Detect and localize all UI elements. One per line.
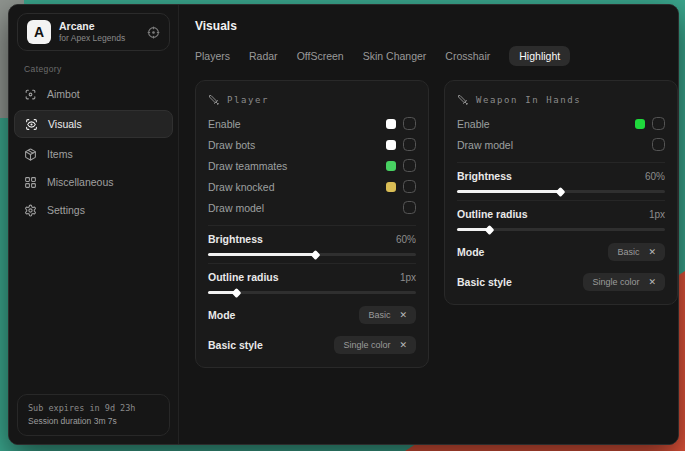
checkbox[interactable] (403, 159, 416, 172)
select-label: Basic style (208, 339, 263, 351)
tab-bar: Players Radar OffScreen Skin Changer Cro… (195, 46, 678, 66)
scan-eye-icon (25, 118, 38, 131)
sidebar-item-visuals[interactable]: Visuals (14, 110, 173, 138)
slider-label: Outline radius (457, 208, 528, 220)
chip-value: Single color (592, 277, 639, 287)
panels-row: Player Enable Draw bots (195, 80, 678, 368)
tab-highlight[interactable]: Highlight (509, 46, 570, 66)
sub-expires-text: Sub expires in 9d 23h (28, 402, 159, 415)
toggle-label: Draw teammates (208, 160, 386, 172)
basic-style-chip[interactable]: Single color ✕ (583, 273, 665, 291)
main-content: Visuals Players Radar OffScreen Skin Cha… (179, 5, 679, 444)
page-title: Visuals (195, 19, 678, 33)
toggle-row-draw-teammates: Draw teammates (208, 155, 416, 176)
panel-title: Player (227, 95, 269, 105)
slider-fill (457, 228, 490, 231)
color-swatch[interactable] (386, 161, 396, 171)
mode-select-row: Mode Basic ✕ (208, 306, 416, 324)
brightness-slider: Brightness 60% (457, 170, 665, 193)
divider (457, 200, 665, 201)
chip-value: Single color (343, 340, 390, 350)
color-swatch[interactable] (386, 119, 396, 129)
toggle-label: Enable (457, 118, 635, 130)
app-title: Arcane (59, 20, 139, 33)
slider-thumb[interactable] (311, 250, 321, 260)
tab-skin-changer[interactable]: Skin Changer (363, 50, 427, 62)
chip-value: Basic (617, 247, 639, 257)
panel-title: Weapon In Hands (476, 95, 581, 105)
sidebar-item-miscellaneous[interactable]: Miscellaneous (9, 168, 178, 196)
app-window: A Arcane for Apex Legends Category Aimbo… (8, 4, 679, 445)
divider (208, 225, 416, 226)
basic-style-select-row: Basic style Single color ✕ (457, 273, 665, 291)
checkbox[interactable] (652, 117, 665, 130)
toggle-row-enable: Enable (457, 113, 665, 134)
slider-value: 1px (400, 272, 416, 283)
sidebar-item-aimbot[interactable]: Aimbot (9, 80, 178, 108)
slider-fill (208, 291, 237, 294)
select-label: Mode (457, 246, 484, 258)
package-icon (24, 148, 37, 161)
outline-radius-slider: Outline radius 1px (208, 271, 416, 294)
weapon-in-hands-panel: Weapon In Hands Enable Draw model (444, 80, 678, 305)
slider-label: Brightness (457, 170, 512, 182)
weapon-panel-header: Weapon In Hands (457, 94, 665, 106)
mode-chip[interactable]: Basic ✕ (359, 306, 416, 324)
category-label: Category (24, 64, 178, 74)
basic-style-chip[interactable]: Single color ✕ (334, 336, 416, 354)
close-icon[interactable]: ✕ (399, 311, 407, 320)
sidebar-item-items[interactable]: Items (9, 140, 178, 168)
slider-track[interactable] (208, 291, 416, 294)
sword-icon (208, 94, 220, 106)
close-icon[interactable]: ✕ (399, 341, 407, 350)
slider-thumb[interactable] (485, 225, 495, 235)
slider-label: Brightness (208, 233, 263, 245)
session-duration-text: Session duration 3m 7s (28, 415, 159, 428)
toggle-label: Draw model (208, 202, 403, 214)
color-swatch[interactable] (386, 140, 396, 150)
toggle-row-draw-model: Draw model (457, 134, 665, 155)
tab-radar[interactable]: Radar (249, 50, 278, 62)
checkbox[interactable] (403, 138, 416, 151)
toggle-label: Draw bots (208, 139, 386, 151)
app-header-card: A Arcane for Apex Legends (17, 13, 170, 51)
checkbox[interactable] (652, 138, 665, 151)
brightness-slider: Brightness 60% (208, 233, 416, 256)
mode-chip[interactable]: Basic ✕ (608, 243, 665, 261)
target-icon[interactable] (147, 26, 160, 39)
toggle-label: Enable (208, 118, 386, 130)
sidebar-item-label: Miscellaneous (47, 176, 114, 188)
slider-track[interactable] (208, 253, 416, 256)
close-icon[interactable]: ✕ (648, 278, 656, 287)
tab-offscreen[interactable]: OffScreen (297, 50, 344, 62)
sword-icon (457, 94, 469, 106)
select-label: Basic style (457, 276, 512, 288)
toggle-label: Draw knocked (208, 181, 386, 193)
slider-thumb[interactable] (556, 187, 566, 197)
color-swatch[interactable] (386, 182, 396, 192)
app-logo: A (27, 20, 51, 44)
tab-crosshair[interactable]: Crosshair (445, 50, 490, 62)
slider-track[interactable] (457, 190, 665, 193)
slider-fill (457, 190, 561, 193)
close-icon[interactable]: ✕ (648, 248, 656, 257)
slider-fill (208, 253, 316, 256)
sidebar: A Arcane for Apex Legends Category Aimbo… (9, 5, 179, 444)
toggle-row-draw-knocked: Draw knocked (208, 176, 416, 197)
color-swatch[interactable] (635, 119, 645, 129)
sidebar-item-label: Aimbot (47, 88, 80, 100)
slider-thumb[interactable] (232, 288, 242, 298)
slider-track[interactable] (457, 228, 665, 231)
outline-radius-slider: Outline radius 1px (457, 208, 665, 231)
checkbox[interactable] (403, 201, 416, 214)
checkbox[interactable] (403, 180, 416, 193)
tab-players[interactable]: Players (195, 50, 230, 62)
slider-value: 60% (645, 171, 665, 182)
player-panel: Player Enable Draw bots (195, 80, 429, 368)
sidebar-item-settings[interactable]: Settings (9, 196, 178, 224)
checkbox[interactable] (403, 117, 416, 130)
select-label: Mode (208, 309, 235, 321)
subscription-info-card: Sub expires in 9d 23h Session duration 3… (17, 394, 170, 436)
player-panel-header: Player (208, 94, 416, 106)
divider (208, 263, 416, 264)
